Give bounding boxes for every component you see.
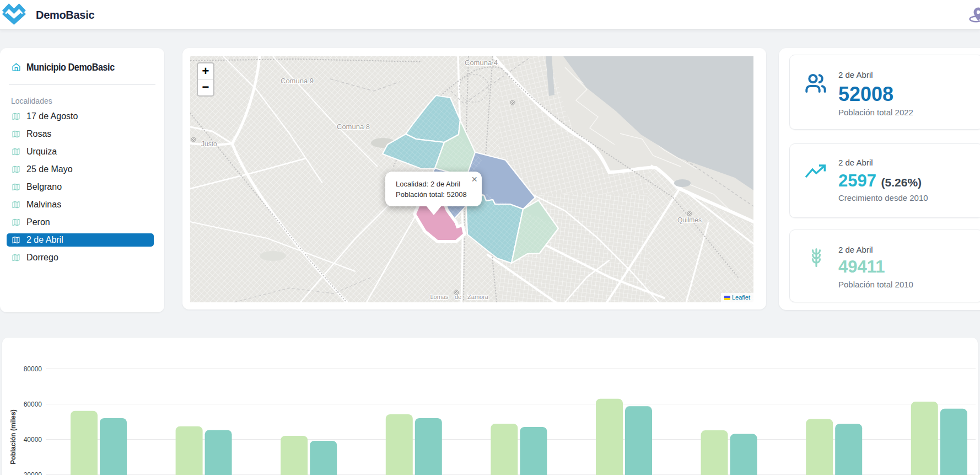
svg-text:80000: 80000 bbox=[24, 365, 42, 373]
svg-text:Quilmes: Quilmes bbox=[677, 216, 702, 224]
svg-text:Lomas: Lomas bbox=[430, 293, 449, 300]
svg-text:Justo: Justo bbox=[201, 140, 217, 148]
svg-text:60000: 60000 bbox=[24, 401, 42, 408]
svg-text:Comuna 8: Comuna 8 bbox=[337, 122, 370, 131]
svg-text:Comuna 9: Comuna 9 bbox=[281, 77, 314, 85]
svg-text:Población (miles): Población (miles) bbox=[9, 409, 17, 464]
svg-text:40000: 40000 bbox=[24, 436, 42, 444]
svg-text:20000: 20000 bbox=[24, 471, 42, 475]
svg-text:Zamora: Zamora bbox=[467, 293, 489, 300]
svg-text:Comuna 4: Comuna 4 bbox=[465, 58, 498, 67]
